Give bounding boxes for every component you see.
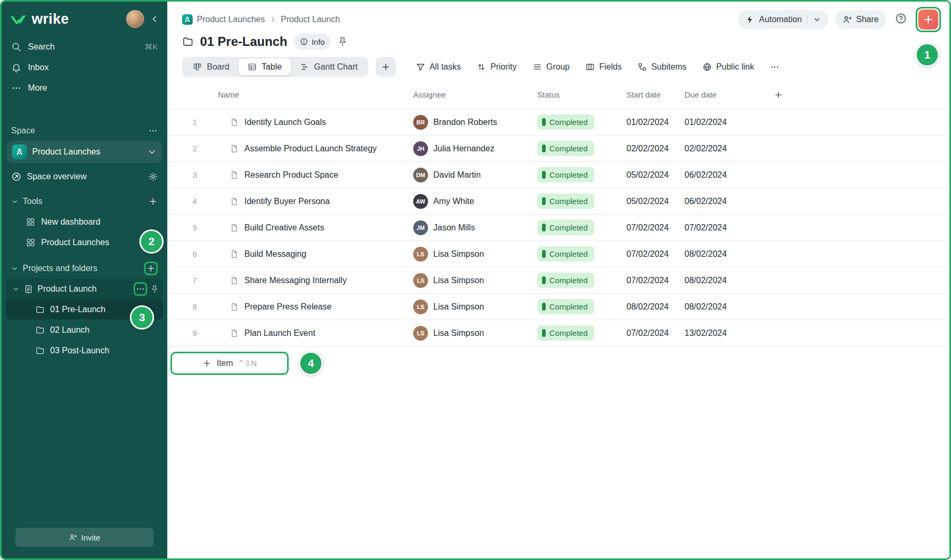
start-date[interactable]: 07/02/2024 — [626, 223, 684, 233]
create-new-button[interactable] — [918, 9, 938, 30]
breadcrumb-root[interactable]: Product Launches — [197, 15, 265, 24]
tools-chevron-icon[interactable] — [11, 198, 18, 205]
share-button[interactable]: Share — [835, 10, 886, 29]
tab-gantt-chart[interactable]: Gantt Chart — [291, 59, 367, 75]
due-date[interactable]: 07/02/2024 — [684, 223, 771, 233]
filter-all-tasks[interactable]: All tasks — [416, 62, 461, 72]
start-date[interactable]: 05/02/2024 — [626, 170, 684, 180]
table-row[interactable]: 3 Research Product Space DMDavid Martin … — [167, 162, 949, 188]
status-badge[interactable]: Completed — [537, 325, 594, 341]
automation-chevron-icon[interactable] — [813, 15, 821, 24]
due-date[interactable]: 01/02/2024 — [684, 118, 771, 127]
status-badge[interactable]: Completed — [537, 114, 594, 130]
add-item-button[interactable]: Item ⌃⇧N — [170, 352, 289, 375]
start-date[interactable]: 07/02/2024 — [626, 249, 684, 259]
header-name[interactable]: Name — [218, 90, 413, 99]
space-selector[interactable]: Product Launches — [7, 141, 162, 163]
help-button[interactable] — [895, 12, 907, 27]
projects-section-header[interactable]: Projects and folders — [2, 258, 167, 278]
status-badge[interactable]: Completed — [537, 246, 594, 262]
status-badge[interactable]: Completed — [537, 194, 594, 209]
space-chevron-icon[interactable] — [147, 147, 157, 157]
project-options-icon[interactable] — [136, 284, 145, 294]
task-name[interactable]: Plan Launch Event — [244, 329, 315, 338]
info-button[interactable]: Info — [293, 34, 331, 50]
task-name[interactable]: Identify Launch Goals — [244, 118, 326, 127]
due-date[interactable]: 08/02/2024 — [684, 276, 771, 285]
sidebar-item-space-overview[interactable]: Space overview — [2, 166, 167, 187]
fields-button[interactable]: Fields — [585, 62, 622, 72]
tab-table[interactable]: Table — [239, 59, 291, 75]
start-date[interactable]: 01/02/2024 — [626, 118, 684, 127]
table-row[interactable]: 4 Identify Buyer Persona AWAmy White Com… — [167, 188, 949, 215]
status-badge[interactable]: Completed — [537, 299, 594, 314]
table-row[interactable]: 1 Identify Launch Goals BRBrandon Robert… — [167, 109, 949, 136]
status-label: Completed — [549, 118, 588, 127]
task-name[interactable]: Research Product Space — [244, 170, 338, 180]
header-status[interactable]: Status — [537, 90, 626, 99]
header-assignee[interactable]: Assignee — [413, 90, 537, 99]
header-due-date[interactable]: Due date — [684, 90, 771, 99]
start-date[interactable]: 05/02/2024 — [626, 197, 684, 206]
task-name[interactable]: Assemble Product Launch Strategy — [244, 144, 377, 153]
public-link-button[interactable]: Public link — [702, 62, 754, 72]
status-label: Completed — [549, 223, 588, 232]
start-date[interactable]: 07/02/2024 — [626, 329, 684, 338]
start-date[interactable]: 02/02/2024 — [626, 144, 684, 153]
status-badge[interactable]: Completed — [537, 220, 594, 235]
table-row[interactable]: 9 Plan Launch Event LSLisa Simpson Compl… — [167, 320, 949, 346]
due-date[interactable]: 06/02/2024 — [684, 197, 771, 206]
table-row[interactable]: 8 Prepare Press Release LSLisa Simpson C… — [167, 294, 949, 320]
due-date[interactable]: 06/02/2024 — [684, 170, 771, 180]
tools-section-header[interactable]: Tools — [2, 191, 167, 211]
tab-board[interactable]: Board — [184, 59, 239, 75]
task-name[interactable]: Identify Buyer Persona — [244, 197, 330, 206]
status-badge[interactable]: Completed — [537, 273, 594, 288]
user-avatar[interactable] — [126, 10, 144, 28]
add-tool-icon[interactable] — [148, 197, 158, 206]
due-date[interactable]: 08/02/2024 — [684, 249, 771, 259]
sidebar-item-new-dashboard[interactable]: New dashboard — [2, 211, 167, 232]
tasks-table: Name Assignee Status Start date Due date… — [167, 81, 949, 346]
pin-view-icon[interactable] — [337, 36, 348, 47]
due-date[interactable]: 02/02/2024 — [684, 144, 771, 153]
automation-button[interactable]: Automation — [738, 10, 829, 29]
table-row[interactable]: 7 Share Messaging Internally LSLisa Simp… — [167, 267, 949, 294]
header-start-date[interactable]: Start date — [626, 90, 684, 99]
breadcrumb-current[interactable]: Product Launch — [281, 15, 340, 24]
subitems-button[interactable]: Subitems — [638, 62, 687, 72]
status-badge[interactable]: Completed — [537, 141, 594, 156]
project-pin-icon[interactable] — [150, 285, 159, 293]
due-date[interactable]: 13/02/2024 — [684, 329, 771, 338]
invite-button[interactable]: Invite — [15, 528, 154, 547]
more-options-button[interactable] — [770, 62, 779, 72]
task-name[interactable]: Prepare Press Release — [244, 302, 331, 312]
due-date[interactable]: 08/02/2024 — [684, 302, 771, 312]
table-row[interactable]: 2 Assemble Product Launch Strategy JHJul… — [167, 136, 949, 162]
table-row[interactable]: 5 Build Creative Assets JMJason Mills Co… — [167, 215, 949, 241]
add-project-icon[interactable] — [146, 264, 156, 273]
wrike-logo[interactable]: wrike — [11, 11, 69, 27]
annotation-badge-2: 2 — [139, 229, 164, 254]
add-column-button[interactable] — [771, 90, 949, 100]
collapse-sidebar-icon[interactable] — [149, 14, 160, 24]
add-view-button[interactable] — [376, 57, 396, 77]
space-options-icon[interactable] — [148, 126, 158, 136]
sidebar-item-search[interactable]: Search ⌘K — [2, 36, 167, 57]
sidebar-item-inbox[interactable]: Inbox — [2, 57, 167, 78]
sidebar-item-more[interactable]: More — [2, 78, 167, 98]
sidebar-item-03-post-launch[interactable]: 03 Post-Launch — [6, 340, 163, 361]
start-date[interactable]: 08/02/2024 — [626, 302, 684, 312]
project-chevron-icon[interactable] — [12, 285, 20, 293]
sort-priority[interactable]: Priority — [477, 62, 517, 72]
task-name[interactable]: Build Creative Assets — [244, 223, 324, 233]
space-settings-gear-icon[interactable] — [148, 172, 158, 181]
task-name[interactable]: Build Messaging — [244, 249, 306, 259]
task-name[interactable]: Share Messaging Internally — [244, 276, 347, 285]
sidebar-item-product-launch-project[interactable]: Product Launch — [6, 278, 163, 299]
projects-chevron-icon[interactable] — [11, 265, 18, 272]
status-badge[interactable]: Completed — [537, 167, 594, 182]
group-button[interactable]: Group — [532, 62, 569, 72]
start-date[interactable]: 07/02/2024 — [626, 276, 684, 285]
table-row[interactable]: 6 Build Messaging LSLisa Simpson Complet… — [167, 241, 949, 267]
